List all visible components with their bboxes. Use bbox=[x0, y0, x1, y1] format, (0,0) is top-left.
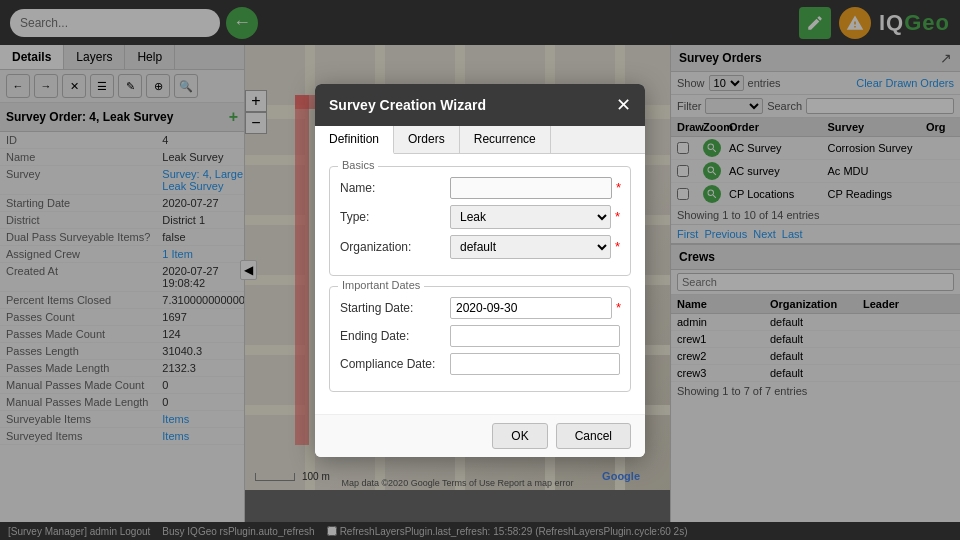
org-field: Organization: default * bbox=[340, 235, 620, 259]
starting-date-input[interactable] bbox=[450, 297, 612, 319]
compliance-date-input[interactable] bbox=[450, 353, 620, 375]
modal-body: Basics Name: * Type: Leak * Organization… bbox=[315, 154, 645, 414]
modal-tab-orders[interactable]: Orders bbox=[394, 126, 460, 153]
modal-overlay: Survey Creation Wizard ✕ Definition Orde… bbox=[0, 0, 960, 540]
cancel-button[interactable]: Cancel bbox=[556, 423, 631, 449]
starting-date-label: Starting Date: bbox=[340, 301, 450, 315]
name-label: Name: bbox=[340, 181, 450, 195]
org-required: * bbox=[615, 239, 620, 254]
name-field: Name: * bbox=[340, 177, 620, 199]
type-field: Type: Leak * bbox=[340, 205, 620, 229]
org-label: Organization: bbox=[340, 240, 450, 254]
ending-date-label: Ending Date: bbox=[340, 329, 450, 343]
starting-date-required: * bbox=[616, 300, 621, 315]
type-label: Type: bbox=[340, 210, 450, 224]
name-input[interactable] bbox=[450, 177, 612, 199]
dates-legend: Important Dates bbox=[338, 279, 424, 291]
modal-dialog: Survey Creation Wizard ✕ Definition Orde… bbox=[315, 84, 645, 457]
modal-close-button[interactable]: ✕ bbox=[616, 94, 631, 116]
type-required: * bbox=[615, 209, 620, 224]
dates-section: Important Dates Starting Date: * Ending … bbox=[329, 286, 631, 392]
modal-tab-definition[interactable]: Definition bbox=[315, 126, 394, 154]
compliance-date-label: Compliance Date: bbox=[340, 357, 450, 371]
type-select[interactable]: Leak bbox=[450, 205, 611, 229]
modal-header: Survey Creation Wizard ✕ bbox=[315, 84, 645, 126]
ending-date-input[interactable] bbox=[450, 325, 620, 347]
compliance-date-field: Compliance Date: bbox=[340, 353, 620, 375]
name-required: * bbox=[616, 180, 621, 195]
modal-title: Survey Creation Wizard bbox=[329, 97, 616, 113]
modal-tab-recurrence[interactable]: Recurrence bbox=[460, 126, 551, 153]
modal-tabs: Definition Orders Recurrence bbox=[315, 126, 645, 154]
org-select[interactable]: default bbox=[450, 235, 611, 259]
basics-legend: Basics bbox=[338, 159, 378, 171]
ending-date-field: Ending Date: bbox=[340, 325, 620, 347]
starting-date-field: Starting Date: * bbox=[340, 297, 620, 319]
ok-button[interactable]: OK bbox=[492, 423, 547, 449]
basics-section: Basics Name: * Type: Leak * Organization… bbox=[329, 166, 631, 276]
modal-footer: OK Cancel bbox=[315, 414, 645, 457]
